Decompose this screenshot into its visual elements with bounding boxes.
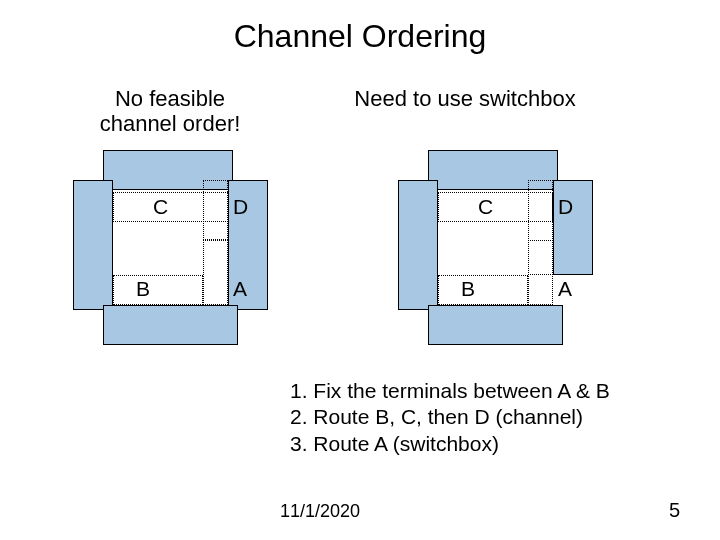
label-d: D bbox=[233, 195, 248, 219]
channel-a bbox=[528, 240, 553, 305]
block-bottom bbox=[428, 305, 563, 345]
channel-b bbox=[438, 275, 528, 305]
caption-left-line1: No feasible bbox=[115, 86, 225, 111]
label-a: A bbox=[233, 277, 247, 301]
page-number: 5 bbox=[669, 499, 680, 522]
label-d: D bbox=[558, 195, 573, 219]
steps-list: 1. Fix the terminals between A & B 2. Ro… bbox=[290, 378, 610, 457]
caption-right: Need to use switchbox bbox=[335, 86, 595, 111]
step-1: 1. Fix the terminals between A & B bbox=[290, 378, 610, 404]
footer-date: 11/1/2020 bbox=[280, 501, 360, 522]
step-3: 3. Route A (switchbox) bbox=[290, 431, 610, 457]
channel-a bbox=[203, 240, 228, 305]
block-left bbox=[398, 180, 438, 310]
caption-left: No feasible channel order! bbox=[70, 86, 270, 137]
block-left bbox=[73, 180, 113, 310]
channel-d bbox=[203, 180, 228, 240]
channel-b bbox=[113, 275, 203, 305]
diagram-switchbox: C D B A bbox=[398, 150, 593, 345]
diagram-no-feasible: C D B A bbox=[73, 150, 268, 345]
label-b: B bbox=[461, 277, 475, 301]
slide-title: Channel Ordering bbox=[0, 18, 720, 55]
label-c: C bbox=[153, 195, 168, 219]
label-c: C bbox=[478, 195, 493, 219]
label-b: B bbox=[136, 277, 150, 301]
step-2: 2. Route B, C, then D (channel) bbox=[290, 404, 610, 430]
caption-left-line2: channel order! bbox=[100, 111, 241, 136]
block-bottom bbox=[103, 305, 238, 345]
slide: Channel Ordering No feasible channel ord… bbox=[0, 0, 720, 540]
label-a: A bbox=[558, 277, 572, 301]
